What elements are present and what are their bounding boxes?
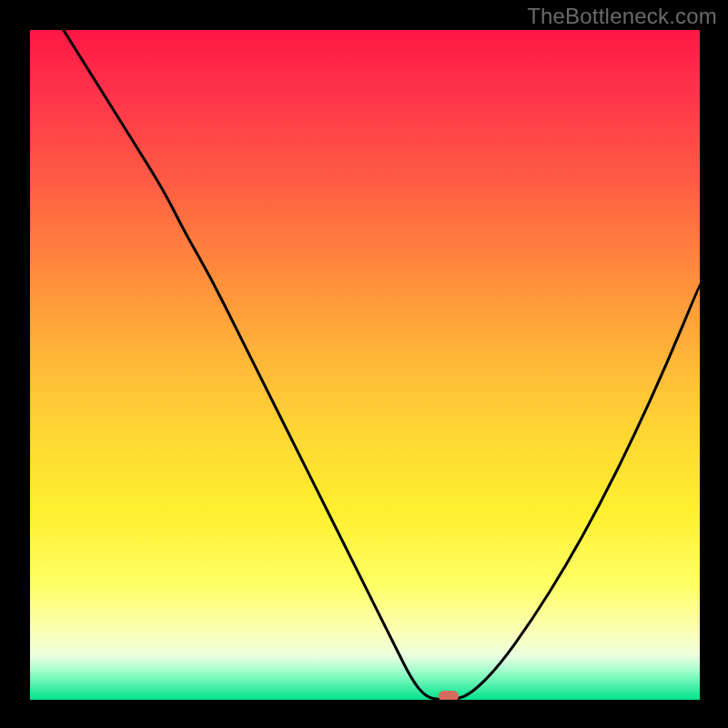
watermark-text: TheBottleneck.com [527,4,717,29]
chart-container: TheBottleneck.com [0,0,728,728]
optimum-marker [439,691,459,700]
bottleneck-curve [30,30,700,700]
plot-area [30,30,700,700]
